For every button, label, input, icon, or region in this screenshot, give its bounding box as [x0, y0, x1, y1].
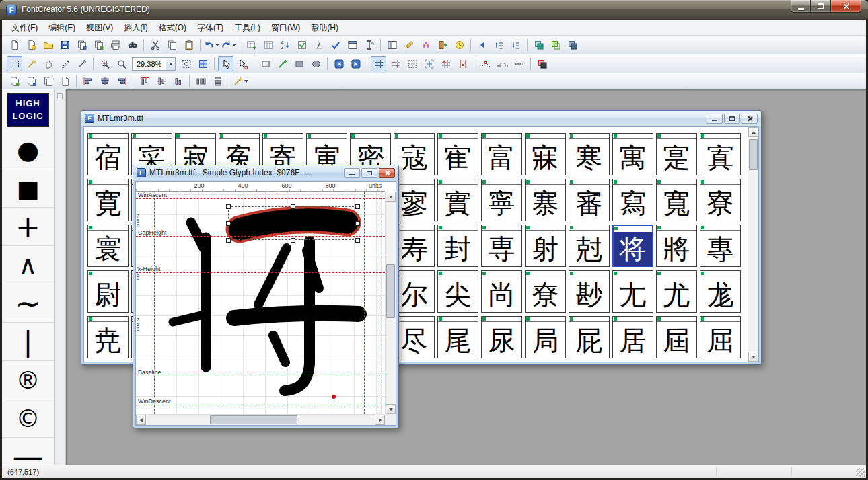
close-font-button[interactable]: [435, 38, 450, 52]
glyph-cell[interactable]: 將: [656, 225, 697, 267]
split-contour-button[interactable]: [478, 56, 493, 71]
scroll-down-button[interactable]: [748, 352, 758, 362]
print-button[interactable]: [108, 38, 123, 52]
align-center-button[interactable]: [97, 74, 112, 89]
new-from-template-button[interactable]: [24, 38, 39, 52]
anchor-points-button[interactable]: [418, 38, 433, 52]
glyph-cell[interactable]: 尔: [394, 270, 435, 313]
duplicate-contours-button[interactable]: [40, 74, 56, 89]
glyph-cell[interactable]: 尠: [569, 270, 610, 313]
glyph-canvas[interactable]: WinAscentCapHeightx-HeightBaselineWinDes…: [136, 192, 385, 414]
show-points-button[interactable]: [388, 56, 403, 71]
align-top-button[interactable]: [137, 74, 152, 89]
glyph-sample[interactable]: ●: [2, 131, 54, 169]
metric-guide-line[interactable]: [136, 272, 385, 273]
selection-handle[interactable]: [226, 238, 231, 243]
space-evenly-vertical-button[interactable]: [210, 74, 225, 89]
overview-maximize-button[interactable]: [724, 114, 740, 124]
previous-view-button[interactable]: [474, 38, 490, 52]
menu-item[interactable]: 工具(L): [229, 20, 266, 36]
glyph-cell[interactable]: 専: [481, 225, 522, 267]
glyph-cell[interactable]: 尭: [87, 316, 129, 358]
paste-button[interactable]: [181, 38, 196, 52]
app-titlebar[interactable]: F FontCreator 5.6 (UNREGISTERED): [0, 0, 868, 20]
glyph-sample[interactable]: ∼: [2, 284, 54, 323]
draw-rectangle-button[interactable]: [291, 56, 307, 71]
draw-contour-button[interactable]: [258, 56, 273, 71]
metric-guide-line[interactable]: [136, 376, 385, 376]
space-evenly-horizontal-button[interactable]: [193, 74, 209, 89]
copy-contours-button[interactable]: [7, 74, 22, 89]
glyph-cell[interactable]: 富: [481, 133, 522, 175]
new-button[interactable]: [7, 38, 22, 52]
glyph-cell[interactable]: 尢: [612, 270, 653, 313]
glyph-cell[interactable]: 寘: [700, 133, 741, 175]
bearing-guide-line[interactable]: [379, 192, 379, 414]
selection-handle[interactable]: [355, 221, 360, 226]
metric-guide-line[interactable]: [136, 198, 385, 199]
zoom-glyph-button[interactable]: [195, 56, 211, 71]
glyph-sample[interactable]: —: [2, 438, 54, 465]
glyph-cell[interactable]: 宿: [87, 133, 129, 175]
import-font-button[interactable]: [91, 38, 106, 52]
glyph-cell[interactable]: 寰: [87, 225, 129, 267]
menu-item[interactable]: 插入(I): [118, 20, 153, 36]
stroke[interactable]: [173, 315, 201, 322]
export-font-button[interactable]: [74, 38, 89, 52]
maximize-button[interactable]: [811, 0, 830, 13]
glyph-cell[interactable]: 寬: [656, 179, 697, 221]
glyph-sample[interactable]: ©: [2, 399, 54, 438]
remove-overlap-button[interactable]: [534, 56, 550, 71]
glyph-cell[interactable]: 尨: [700, 270, 741, 313]
stroke[interactable]: [234, 313, 359, 318]
center-vertically-button[interactable]: [153, 74, 169, 89]
bearing-guide-line[interactable]: [364, 192, 365, 414]
snap-to-grid-button[interactable]: [438, 56, 454, 71]
selection-handle[interactable]: [226, 221, 231, 226]
glyph-cell[interactable]: 寇: [394, 133, 435, 175]
glyph-cell[interactable]: 尞: [525, 270, 566, 313]
glyph-cell[interactable]: 屆: [656, 316, 697, 358]
selection-rectangle[interactable]: [228, 206, 357, 240]
delete-points-button[interactable]: [511, 56, 527, 71]
glyph-sample[interactable]: |: [2, 323, 54, 361]
menu-item[interactable]: 窗口(W): [266, 20, 305, 36]
menu-item[interactable]: 视图(V): [81, 20, 118, 36]
show-boundaries-button[interactable]: [404, 56, 420, 71]
scroll-right-button[interactable]: [375, 415, 385, 425]
zoom-in-button[interactable]: [97, 56, 112, 71]
panel-splitter[interactable]: [55, 89, 66, 465]
select-tool-button[interactable]: [7, 56, 22, 71]
splitter-grip-icon[interactable]: [57, 93, 63, 99]
metric-guide-line[interactable]: [136, 405, 385, 405]
glyph-cell[interactable]: 屈: [700, 316, 741, 358]
insert-glyphs-button[interactable]: [244, 38, 259, 52]
save-button[interactable]: [57, 38, 73, 52]
editor-close-button[interactable]: [379, 168, 395, 178]
menu-item[interactable]: 帮助(H): [305, 20, 344, 36]
glyph-cell[interactable]: 專: [700, 225, 741, 267]
clear-contours-button[interactable]: [57, 74, 73, 89]
align-bottom-button[interactable]: [170, 74, 186, 89]
input-method-button[interactable]: [361, 38, 377, 52]
glyph-cell[interactable]: 寓: [612, 133, 653, 175]
menu-item[interactable]: 字体(T): [192, 20, 229, 36]
glyph-cell[interactable]: 寧: [481, 179, 522, 221]
selection-handle[interactable]: [291, 238, 295, 243]
cut-button[interactable]: [147, 38, 163, 52]
glyph-sample[interactable]: ∧: [2, 246, 54, 284]
next-glyph-button[interactable]: [348, 56, 363, 71]
glyph-cell[interactable]: 尉: [87, 270, 129, 313]
glyph-cell[interactable]: 寮: [700, 179, 741, 221]
copy-button[interactable]: [164, 38, 180, 52]
glyph-sample[interactable]: +: [2, 208, 54, 246]
overview-vertical-scrollbar[interactable]: [748, 127, 758, 362]
union-contours-button[interactable]: [531, 38, 546, 52]
resize-grip-icon[interactable]: [856, 468, 865, 477]
glyph-cell[interactable]: 寿: [394, 225, 435, 267]
previous-glyph-button[interactable]: [331, 56, 347, 71]
scrollbar-thumb[interactable]: [210, 415, 297, 424]
glyph-cell[interactable]: 封: [437, 225, 478, 267]
editor-titlebar[interactable]: F MTLmr3m.ttf - Simple Glyph Index: $076…: [133, 165, 398, 180]
undo-button[interactable]: [204, 38, 219, 52]
